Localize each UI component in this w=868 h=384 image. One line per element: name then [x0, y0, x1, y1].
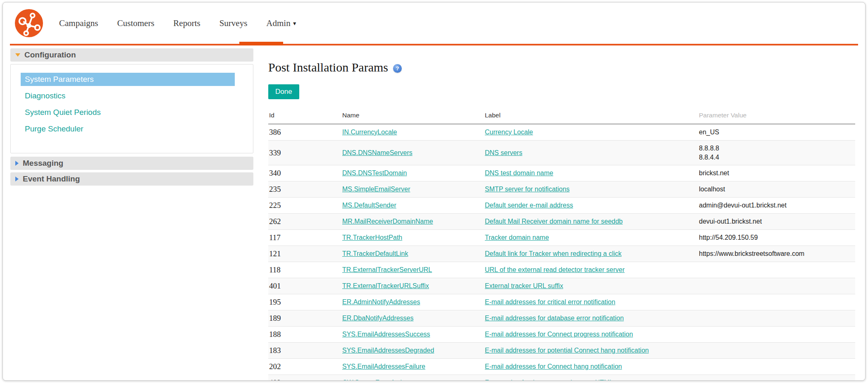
param-label-link[interactable]: E-mail addresses for potential Connect h…: [485, 347, 649, 354]
sidebar-section-configuration[interactable]: Configuration: [10, 48, 253, 62]
param-name-link[interactable]: TR.TrackerDefaultLink: [342, 250, 408, 257]
param-name-link[interactable]: ER.DbaNotifyAddresses: [342, 315, 414, 322]
param-name-link[interactable]: TR.ExternalTrackerURLSuffix: [342, 282, 429, 289]
sidebar-section-messaging[interactable]: Messaging: [10, 157, 253, 170]
param-label-link[interactable]: External tracker URL suffix: [485, 282, 563, 289]
param-id: 183: [268, 343, 341, 359]
param-id: 195: [268, 294, 341, 310]
param-label-link[interactable]: URL of the external read detector tracke…: [485, 266, 625, 273]
params-table: Id Name Label Parameter Value 386IN.Curr…: [268, 112, 855, 381]
help-icon[interactable]: ?: [393, 64, 402, 73]
app-window: Campaigns Customers Reports Surveys Admi…: [2, 2, 866, 381]
param-row: 195ER.AdminNotifyAddressesE-mail address…: [268, 294, 855, 310]
param-name-link[interactable]: DNS.DNSNameServers: [342, 149, 413, 156]
param-row: 262MR.MailReceiverDomainNameDefault Mail…: [268, 214, 855, 230]
triangle-right-icon: [15, 176, 19, 181]
param-id: 188: [268, 327, 341, 343]
param-label-link[interactable]: Currency Locale: [485, 129, 533, 136]
param-id: 202: [268, 359, 341, 375]
active-tab-indicator: [239, 42, 283, 45]
param-label-link[interactable]: E-mail addresses for Connect hang notifi…: [485, 363, 622, 370]
param-label-link[interactable]: E-mail addresses for database error noti…: [485, 315, 624, 322]
nav-item-admin-label: Admin: [266, 18, 290, 28]
nav-item-campaigns[interactable]: Campaigns: [59, 14, 98, 33]
sidebar-item-purge-scheduler[interactable]: Purge Scheduler: [21, 122, 244, 136]
param-id: 401: [268, 278, 341, 294]
param-label-link[interactable]: E-mail addresses for critical error noti…: [485, 298, 615, 305]
param-label-link[interactable]: SMTP server for notifications: [485, 186, 570, 193]
param-name-link[interactable]: TR.ExternalTrackerServerURL: [342, 266, 432, 273]
param-id: 121: [268, 246, 341, 262]
configuration-panel: System Parameters Diagnostics System Qui…: [10, 64, 253, 153]
top-navbar: Campaigns Customers Reports Surveys Admi…: [3, 2, 865, 44]
param-label-link[interactable]: Form action for the generated survey HTM…: [485, 379, 630, 381]
col-header-label: Label: [484, 112, 698, 124]
param-value: [698, 294, 855, 310]
brand-logo-network-icon[interactable]: [14, 9, 43, 38]
col-header-parameter-value: Parameter Value: [698, 112, 855, 124]
param-row: 235MS.SimpleEmailServerSMTP server for n…: [268, 181, 855, 198]
param-name-link[interactable]: DNS.DNSTestDomain: [342, 169, 407, 176]
param-name-link[interactable]: SYS.EmailAddressesDegraded: [342, 347, 434, 354]
param-row: 409CW.SurveyFormActionForm action for th…: [268, 375, 855, 381]
main-nav: Campaigns Customers Reports Surveys Admi…: [59, 14, 316, 33]
param-label-link[interactable]: Tracker domain name: [485, 234, 549, 241]
param-row: 202SYS.EmailAddressesFailureE-mail addre…: [268, 359, 855, 375]
table-header-row: Id Name Label Parameter Value: [268, 112, 855, 124]
param-id: 235: [268, 181, 341, 198]
param-value: devui-out1.brickst.net: [698, 214, 855, 230]
param-id: 339: [268, 141, 341, 165]
nav-item-admin[interactable]: Admin▼: [266, 14, 297, 33]
param-name-link[interactable]: SYS.EmailAddressesFailure: [342, 363, 425, 370]
param-label-link[interactable]: Default link for Tracker when redirectin…: [485, 250, 622, 257]
param-label-link[interactable]: DNS test domain name: [485, 169, 553, 176]
chevron-down-icon: ▼: [292, 21, 297, 26]
param-name-link[interactable]: MS.DefaultSender: [342, 202, 396, 209]
param-name-link[interactable]: IN.CurrencyLocale: [342, 129, 397, 136]
param-id: 225: [268, 198, 341, 214]
param-label-link[interactable]: Default Mail Receiver domain name for se…: [485, 218, 623, 225]
param-name-link[interactable]: CW.SurveyFormAction: [342, 379, 409, 381]
col-header-name: Name: [341, 112, 484, 124]
param-id: 386: [268, 124, 341, 141]
param-row: 225MS.DefaultSenderDefault sender e-mail…: [268, 198, 855, 214]
param-value: brickst.net: [698, 165, 855, 181]
param-name-link[interactable]: ER.AdminNotifyAddresses: [342, 298, 420, 305]
sidebar-item-system-quiet-periods[interactable]: System Quiet Periods: [21, 106, 244, 119]
param-name-link[interactable]: TR.TrackerHostPath: [342, 234, 402, 241]
param-label-link[interactable]: E-mail addresses for Connect progress no…: [485, 331, 633, 338]
param-row: 386IN.CurrencyLocaleCurrency Localeen_US: [268, 124, 855, 141]
sidebar-item-diagnostics[interactable]: Diagnostics: [21, 89, 244, 103]
param-id: 118: [268, 262, 341, 278]
param-row: 189ER.DbaNotifyAddressesE-mail addresses…: [268, 310, 855, 327]
param-value: 8.8.8.8 8.8.4.4: [698, 141, 855, 165]
param-value: admin@devui-out1.brickst.net: [698, 198, 855, 214]
param-row: 340DNS.DNSTestDomainDNS test domain name…: [268, 165, 855, 181]
param-id: 340: [268, 165, 341, 181]
done-button[interactable]: Done: [268, 84, 299, 99]
nav-item-surveys[interactable]: Surveys: [219, 14, 248, 33]
sidebar-item-system-parameters[interactable]: System Parameters: [21, 73, 235, 86]
param-id: 409: [268, 375, 341, 381]
col-header-id: Id: [268, 112, 341, 124]
param-label-link[interactable]: DNS servers: [485, 149, 522, 156]
sidebar: Configuration System Parameters Diagnost…: [10, 48, 253, 188]
param-value: [698, 343, 855, 359]
sidebar-section-label: Configuration: [24, 50, 76, 60]
param-value: http://54.209.150.59: [698, 230, 855, 246]
param-name-link[interactable]: SYS.EmailAddressesSuccess: [342, 331, 430, 338]
param-value: [698, 262, 855, 278]
param-value: [698, 359, 855, 375]
param-name-link[interactable]: MS.SimpleEmailServer: [342, 186, 410, 193]
param-value: localhost: [698, 181, 855, 198]
param-row: 339DNS.DNSNameServersDNS servers8.8.8.8 …: [268, 141, 855, 165]
param-name-link[interactable]: MR.MailReceiverDomainName: [342, 218, 433, 225]
nav-item-reports[interactable]: Reports: [173, 14, 200, 33]
param-row: 117TR.TrackerHostPathTracker domain name…: [268, 230, 855, 246]
page-title: Post Installation Params: [268, 60, 388, 74]
param-row: 118TR.ExternalTrackerServerURLURL of the…: [268, 262, 855, 278]
sidebar-section-event-handling[interactable]: Event Handling: [10, 172, 253, 186]
param-label-link[interactable]: Default sender e-mail address: [485, 202, 573, 209]
main-content: Post Installation Params ? Done Id Name …: [268, 60, 855, 381]
nav-item-customers[interactable]: Customers: [117, 14, 155, 33]
